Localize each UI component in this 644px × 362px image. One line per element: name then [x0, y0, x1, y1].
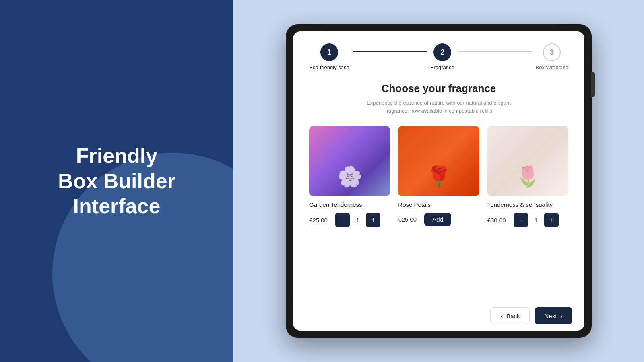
step-1-circle: 1: [320, 43, 338, 61]
decrement-btn-1[interactable]: −: [335, 213, 350, 227]
qty-value-3: 1: [532, 217, 540, 224]
product-price-2: €25,00: [398, 216, 420, 223]
product-controls-2: €25,00 Add: [398, 213, 479, 226]
product-controls-3: €30,00 − 1 +: [487, 213, 568, 227]
tablet-screen: 1 Eco-friendly case 2 Fragrance: [293, 31, 584, 331]
product-name-1: Garden Tenderness: [309, 201, 390, 208]
back-button[interactable]: Back: [490, 307, 530, 324]
product-name-2: Rose Petals: [398, 201, 479, 208]
product-controls-1: €25,00 − 1 +: [309, 213, 390, 227]
product-card-3: Tenderness & sensuality €30,00 − 1 +: [487, 126, 568, 227]
tablet-notch: [591, 72, 595, 97]
step-1-label: Eco-friendly case: [309, 64, 349, 70]
increment-btn-1[interactable]: +: [366, 213, 380, 227]
product-card-1: Garden Tenderness €25,00 − 1 +: [309, 126, 390, 227]
chevron-left-icon: [500, 312, 503, 320]
decrement-btn-3[interactable]: −: [514, 213, 528, 227]
bottom-navigation: Back Next: [293, 303, 584, 331]
next-button[interactable]: Next: [535, 307, 572, 324]
step-3-label: Box Wrapping: [536, 64, 568, 70]
step-1: 1 Eco-friendly case: [309, 43, 349, 70]
tablet-device: 1 Eco-friendly case 2 Fragrance: [286, 24, 592, 338]
screen-content: 1 Eco-friendly case 2 Fragrance: [293, 31, 584, 303]
left-panel: Friendly Box Builder Interface: [0, 0, 233, 362]
product-image-3: [487, 126, 568, 196]
product-grid: Garden Tenderness €25,00 − 1 + Rose Peta…: [309, 126, 568, 227]
product-card-2: Rose Petals €25,00 Add: [398, 126, 479, 227]
product-price-1: €25,00: [309, 217, 331, 224]
add-button-2[interactable]: Add: [424, 213, 451, 226]
hero-title: Friendly Box Builder Interface: [34, 143, 200, 218]
page-subtitle: Experience the essence of nature with ou…: [309, 99, 568, 115]
step-3-circle: 3: [543, 43, 561, 61]
page-heading: Choose your fragrance: [309, 82, 568, 95]
stepper: 1 Eco-friendly case 2 Fragrance: [309, 43, 568, 70]
step-2-circle: 2: [433, 43, 451, 61]
increment-btn-3[interactable]: +: [544, 213, 559, 227]
product-image-1: [309, 126, 390, 196]
step-line-2-3: [458, 51, 533, 52]
qty-value-1: 1: [354, 217, 362, 224]
product-image-2: [398, 126, 479, 196]
chevron-right-icon: [560, 312, 563, 320]
product-name-3: Tenderness & sensuality: [487, 201, 568, 208]
step-2: 2 Fragrance: [431, 43, 454, 70]
step-2-label: Fragrance: [431, 64, 454, 70]
right-panel: 1 Eco-friendly case 2 Fragrance: [233, 0, 644, 362]
product-price-3: €30,00: [487, 217, 510, 224]
step-3: 3 Box Wrapping: [536, 43, 568, 70]
step-line-1-2: [353, 51, 427, 52]
